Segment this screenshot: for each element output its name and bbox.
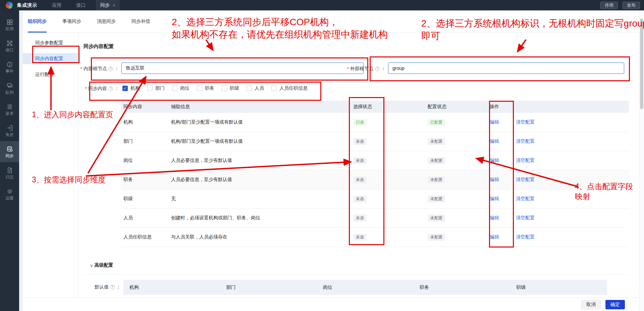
selected-status-badge: 未选: [353, 195, 367, 203]
edit-link[interactable]: 编辑: [490, 215, 499, 220]
close-icon[interactable]: ×: [113, 3, 115, 8]
table-row: 部门 机构/部门至少配置一项或有默认值 未选 未配置 编辑清空配置: [121, 132, 629, 151]
clear-config-link[interactable]: 清空配置: [516, 138, 535, 144]
edit-link[interactable]: 编辑: [490, 138, 499, 144]
topnav-api[interactable]: 接口: [76, 2, 86, 8]
edit-link[interactable]: 编辑: [490, 234, 499, 239]
checkbox-post[interactable]: 岗位: [172, 85, 190, 91]
checkbox-checked-icon[interactable]: [122, 86, 128, 91]
sidebar-item-label: 设置: [6, 196, 14, 200]
table-row: 人员任职信息 与人员关联，人员必须存在 未选 未配置 编辑清空配置: [121, 228, 629, 247]
sidebar-item-event[interactable]: 事件: [0, 56, 19, 78]
internal-root-input[interactable]: [121, 62, 364, 74]
topnav-app[interactable]: 应用: [52, 2, 61, 8]
sync-content-label: * 同步内容 ? ：: [67, 86, 119, 92]
clear-config-link[interactable]: 清空配置: [516, 119, 535, 125]
tab-message-sync[interactable]: 消息同步: [97, 10, 116, 33]
selected-status-badge: 已选: [353, 119, 367, 126]
config-status-badge: 未配置: [428, 138, 445, 145]
edit-link[interactable]: 编辑: [490, 177, 499, 182]
annotation-step2-left: 2、选择三方系统同步后平移COP机构， 如果机构不存在，请优先在组织机构管理中新…: [172, 16, 388, 41]
dialog-footer: 取消 确定: [23, 298, 639, 311]
advanced-config-toggle[interactable]: ∨ 高级配置: [90, 262, 113, 268]
checkbox-person-position[interactable]: 人员任职信息: [271, 85, 308, 91]
disable-button[interactable]: 停用: [600, 2, 618, 9]
config-status-badge: 未配置: [428, 215, 445, 222]
confirm-button[interactable]: 确定: [605, 300, 625, 309]
sidebar-item-log[interactable]: 日志: [0, 162, 19, 183]
help-icon[interactable]: ?: [108, 86, 113, 91]
checkbox-icon[interactable]: [147, 86, 153, 91]
gear-icon: [6, 188, 13, 195]
selected-status-badge: 未选: [353, 176, 367, 183]
clear-config-link[interactable]: 清空配置: [516, 215, 535, 220]
sidebar-gutter: [19, 10, 23, 311]
required-mark: *: [347, 66, 349, 72]
external-root-input[interactable]: [388, 62, 624, 74]
tab-item-sync[interactable]: 事项同步: [62, 10, 81, 33]
config-status-badge: 未配置: [428, 234, 445, 241]
table-row: 岗位 人员必要信息，至少有默认值 未选 未配置 编辑清空配置: [121, 151, 629, 170]
clear-config-link[interactable]: 清空配置: [516, 234, 535, 239]
checkbox-duty[interactable]: 职务: [197, 85, 214, 91]
config-status-badge: 未配置: [428, 157, 445, 164]
top-bar: 集成演示 应用 接口 同步 × 停用 发布: [0, 0, 644, 10]
grid-icon: [6, 19, 13, 26]
sidebar-item-queue[interactable]: 队列: [0, 78, 19, 99]
sidebar-item-sync[interactable]: 同步: [0, 141, 19, 162]
panel-item-sync-params[interactable]: 同步参数配置: [23, 37, 78, 48]
config-status-badge: 未配置: [428, 176, 445, 183]
sidebar-item-label: 日志: [6, 175, 14, 179]
clear-config-link[interactable]: 清空配置: [516, 177, 535, 182]
menu-lines-icon: [6, 103, 13, 110]
sidebar-item-label: 队列: [6, 90, 14, 94]
cancel-button[interactable]: 取消: [581, 300, 601, 309]
publish-button[interactable]: 发布: [623, 2, 640, 9]
checkbox-icon[interactable]: [222, 86, 227, 91]
checkbox-icon[interactable]: [247, 86, 252, 91]
checkbox-icon[interactable]: [172, 86, 177, 91]
left-sidebar: 应用 接口 事件 队列 菜单 免登 同步 日志: [0, 10, 19, 311]
config-status-badge: 已配置: [428, 119, 445, 126]
annotation-step2-right: 2、选择三方系统根机构标识，无根机构时固定写group 即可: [421, 17, 644, 42]
sidebar-item-api[interactable]: 接口: [0, 35, 19, 56]
document-icon: [6, 167, 13, 174]
default-value-label: 默认值 ? ：: [67, 284, 121, 290]
config-nav-panel: 同步参数配置 同步内容配置 运行配置: [23, 33, 78, 80]
checkbox-org[interactable]: 机构: [122, 85, 140, 91]
edit-link[interactable]: 编辑: [490, 119, 499, 125]
panel-item-sync-content[interactable]: 同步内容配置: [23, 53, 78, 64]
topnav-tab-sync[interactable]: 同步 ×: [96, 0, 120, 10]
clear-config-link[interactable]: 清空配置: [516, 158, 535, 163]
edit-link[interactable]: 编辑: [490, 196, 499, 201]
checkbox-rank[interactable]: 职级: [222, 85, 239, 91]
clear-config-link[interactable]: 清空配置: [516, 196, 535, 201]
checkbox-dept[interactable]: 部门: [147, 85, 165, 91]
checkbox-icon[interactable]: [271, 86, 277, 91]
selected-status-badge: 未选: [353, 234, 367, 241]
annotation-step3: 3、按需选择同步维度: [32, 175, 106, 185]
database-icon: [6, 146, 13, 152]
help-icon[interactable]: ?: [110, 285, 115, 290]
help-icon[interactable]: ?: [108, 66, 113, 71]
scrollbar-thumb[interactable]: [640, 18, 643, 109]
table-row: 职级 无 未选 未配置 编辑清空配置: [121, 189, 629, 209]
selected-status-badge: 未选: [353, 138, 367, 145]
edit-link[interactable]: 编辑: [490, 158, 499, 163]
tab-sync-compensation[interactable]: 同步补偿: [131, 10, 150, 33]
tab-org-sync[interactable]: 组织同步: [28, 10, 47, 33]
table-header: 同步内容 辅助信息 选择状态 配置状态 操作: [121, 101, 629, 113]
selected-status-badge: 未选: [353, 215, 367, 222]
product-name: 集成演示: [17, 2, 37, 8]
checkbox-person[interactable]: 人员: [247, 85, 264, 91]
sidebar-item-sso[interactable]: 免登: [0, 120, 19, 141]
sidebar-item-app[interactable]: 应用: [0, 14, 19, 35]
sidebar-item-settings[interactable]: 设置: [0, 183, 19, 205]
sidebar-item-menu[interactable]: 菜单: [0, 99, 19, 120]
chevron-down-icon[interactable]: ∨: [90, 263, 93, 268]
checkbox-icon[interactable]: [197, 86, 202, 91]
sidebar-item-label: 免登: [6, 133, 14, 137]
help-icon[interactable]: ?: [375, 66, 380, 71]
sub-tab-bar: 组织同步 事项同步 消息同步 同步补偿: [28, 10, 150, 33]
annotation-step1: 1、进入同步内容配置页: [32, 109, 113, 120]
